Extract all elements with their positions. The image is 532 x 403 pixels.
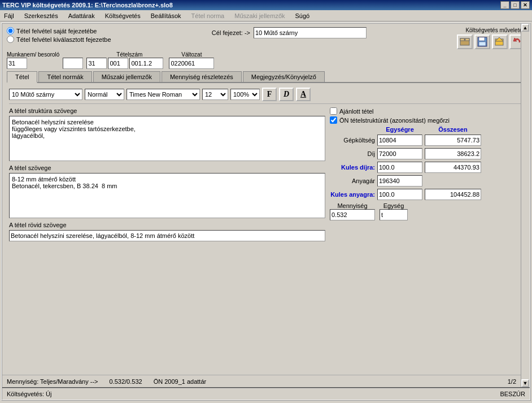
kv-muveletek: Költségvetés műveletek [457, 27, 525, 49]
svg-point-2 [464, 39, 466, 41]
anyagar-unit[interactable] [377, 175, 422, 187]
radio-row-1: Tétel felvétel saját fejezetébe [7, 27, 212, 34]
maximize-button[interactable]: □ [511, 1, 520, 9]
database-icon [460, 37, 470, 47]
page-info: 1/2 [508, 378, 516, 385]
gepkoltseg-label: Gépköltség [330, 137, 375, 144]
format-toolbar: 10 Műtő szárny Normál Times New Roman 12… [9, 85, 523, 104]
gepkoltseg-unit[interactable] [377, 135, 422, 146]
zoom-select[interactable]: 100% [230, 89, 260, 100]
style-select[interactable]: 10 Műtő szárny [9, 89, 82, 100]
menu-szerkesztes[interactable]: Szerkesztés [23, 12, 60, 20]
underline-button[interactable]: A [296, 88, 311, 101]
radio-sajat[interactable] [7, 27, 14, 34]
svg-rect-4 [479, 37, 485, 41]
mennyiseg-info: Mennyiség: Teljes/Maradvány --> [7, 378, 98, 385]
besorolo-field[interactable] [63, 58, 83, 69]
minimize-button[interactable]: _ [500, 1, 509, 9]
menu-fajl[interactable]: Fájl [2, 12, 16, 20]
tab-strip: Tétel Tétel normák Műszaki jellemzők Men… [7, 71, 525, 83]
egyseg-input[interactable] [380, 209, 408, 220]
bold-button[interactable]: F [262, 88, 277, 101]
right-panel: Ajánlott tétel ÖN tételstruktúrát (azono… [330, 107, 523, 241]
tab-tetel[interactable]: Tétel [7, 71, 37, 83]
left-panel: A tétel struktúra szövege Betonacél hely… [9, 107, 325, 241]
tetelsz-field3[interactable] [129, 58, 163, 69]
tetelsz-field2[interactable] [108, 58, 128, 69]
besorolo-label [63, 51, 83, 58]
tab-mennyiseg[interactable]: Mennyiség részletezés [162, 71, 242, 82]
status-right: BESZÚR [500, 391, 525, 397]
toolbar-btn-3[interactable] [492, 34, 508, 49]
radio-kivalasztott-label: Tétel felvétel kiválasztott fejezetbe [16, 36, 111, 43]
main-layout: A tétel struktúra szövege Betonacél hely… [9, 107, 523, 241]
short-input[interactable] [9, 230, 325, 241]
font-select[interactable]: Times New Roman [127, 89, 200, 100]
kules-dij-unit[interactable] [377, 162, 422, 173]
valtozat-field[interactable] [169, 58, 214, 69]
title-bar-buttons: _ □ ✕ [500, 1, 530, 9]
kules-dij-row: Kules díjra: [330, 162, 523, 173]
structure-text[interactable]: Betonacél helyszíni szerelése függőleges… [9, 116, 325, 161]
structure-label: A tétel struktúra szövege [9, 107, 325, 114]
status-bar: Költségvetés: Új BESZÚR [2, 387, 530, 400]
menu-beallitasok[interactable]: Beállítások [149, 12, 183, 20]
kules-anyag-unit[interactable] [377, 189, 422, 200]
menu-tetel-norma[interactable]: Tétel norma [190, 12, 226, 20]
save-icon [477, 37, 487, 47]
col-header-egysegre: Egységre [377, 126, 422, 133]
toolbar-btn-1[interactable] [457, 34, 473, 49]
col-header-osszesen: Összesen [425, 126, 481, 133]
cel-fejezet-label: Cél fejezet: -> [212, 29, 250, 36]
cel-fejezet-input[interactable] [254, 27, 367, 38]
svg-rect-5 [479, 42, 486, 46]
dij-label: Díj [330, 150, 375, 157]
toolbar-btn-2[interactable] [474, 34, 490, 49]
tab-tetel-normak[interactable]: Tétel normák [38, 71, 91, 82]
cel-fejezet-container: Cél fejezet: -> [212, 27, 367, 38]
munkanem-label: Munkanem/ besoroló [7, 51, 59, 58]
menu-sugo[interactable]: Súgó [294, 12, 312, 20]
tetelsz-field1[interactable] [86, 58, 107, 69]
short-label: A tétel rövid szövege [9, 222, 325, 228]
menu-koltsegvetes[interactable]: Költségvetés [103, 12, 142, 20]
munkanem-field1[interactable] [7, 58, 27, 69]
italic-button[interactable]: D [279, 88, 294, 101]
dij-total [425, 148, 481, 159]
menu-adattarak[interactable]: Adattárak [67, 12, 97, 20]
checkbox-ajanlott-label: Ajánlott tétel [339, 108, 374, 115]
size-select[interactable]: 12 [202, 89, 228, 100]
close-button[interactable]: ✕ [521, 1, 530, 9]
info-bar: Mennyiség: Teljes/Maradvány --> 0.532/0.… [2, 375, 521, 387]
status-left: Költségvetés: Új [7, 391, 51, 397]
dij-unit[interactable] [377, 148, 422, 159]
tetelsz-label: Tételszám [95, 51, 163, 58]
kv-muveletek-label: Költségvetés műveletek [465, 27, 525, 33]
checkbox-on-input[interactable] [330, 116, 337, 124]
toolbar-buttons [457, 34, 525, 49]
menu-bar: Fájl Szerkesztés Adattárak Költségvetés … [0, 10, 532, 21]
tab-muszaki[interactable]: Műszaki jellemzők [93, 71, 160, 82]
menu-muszaki[interactable]: Műszaki jellemzők [233, 12, 286, 20]
col-headers: Egységre Összesen [330, 126, 523, 133]
scroll-up-btn[interactable]: ▲ [521, 24, 529, 32]
type-select[interactable]: Normál [85, 89, 124, 100]
kules-anyag-total [425, 189, 481, 200]
radio-sajat-label: Tétel felvétel saját fejezetébe [16, 28, 97, 34]
tab-megjegyzes[interactable]: Megjegyzés/Könyvjelző [243, 71, 325, 82]
checkbox-ajanlott-input[interactable] [330, 107, 337, 115]
kules-dij-total [425, 162, 481, 173]
mennyiseg-header: Mennyiség [330, 202, 375, 209]
mennyiseg-input[interactable] [330, 209, 375, 220]
adattar-info: ÖN 2009_1 adattár [154, 378, 207, 385]
scrollbar-v[interactable]: ▲ ▼ [521, 24, 530, 387]
egyseg-col: Egység [380, 202, 408, 220]
checkbox-ajanlott: Ajánlott tétel [330, 107, 523, 115]
scroll-down-btn[interactable]: ▼ [521, 379, 529, 387]
gepkoltseg-total [425, 135, 481, 146]
text-content[interactable]: 8-12 mm átmérő között Betonacél, tekercs… [9, 173, 325, 218]
kules-anyag-row: Kules anyagra: [330, 189, 523, 200]
radio-kivalasztott[interactable] [7, 36, 14, 43]
text-label: A tétel szövege [9, 164, 325, 171]
egyseg-header: Egység [380, 202, 408, 209]
